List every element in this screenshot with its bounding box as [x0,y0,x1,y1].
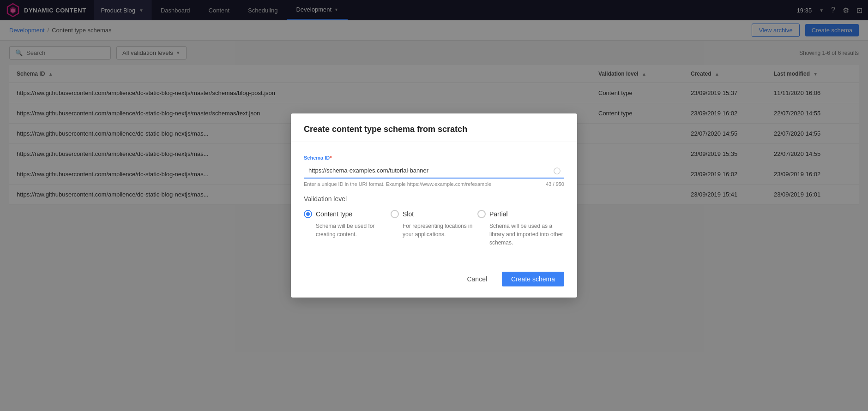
schema-id-input[interactable] [304,163,564,179]
validation-level-section-label: Validation level [304,195,564,203]
schema-id-group: Schema ID* ⓘ Enter a unique ID in the UR… [304,155,564,187]
schema-id-label: Schema ID* [304,155,564,161]
create-schema-modal: Create content type schema from scratch … [291,113,577,205]
char-count: 43 / 950 [546,181,564,187]
required-indicator: * [330,155,332,161]
modal-title: Create content type schema from scratch [304,125,564,134]
schema-id-hint: Enter a unique ID in the URI format. Exa… [304,181,564,187]
modal-body: Schema ID* ⓘ Enter a unique ID in the UR… [291,142,577,205]
modal-header: Create content type schema from scratch [291,113,577,142]
schema-id-input-wrapper: ⓘ [304,163,564,179]
validation-level-group: Validation level Content type Schema wil… [304,195,564,205]
schema-id-info-icon[interactable]: ⓘ [554,167,561,175]
modal-overlay[interactable]: Create content type schema from scratch … [0,0,868,205]
